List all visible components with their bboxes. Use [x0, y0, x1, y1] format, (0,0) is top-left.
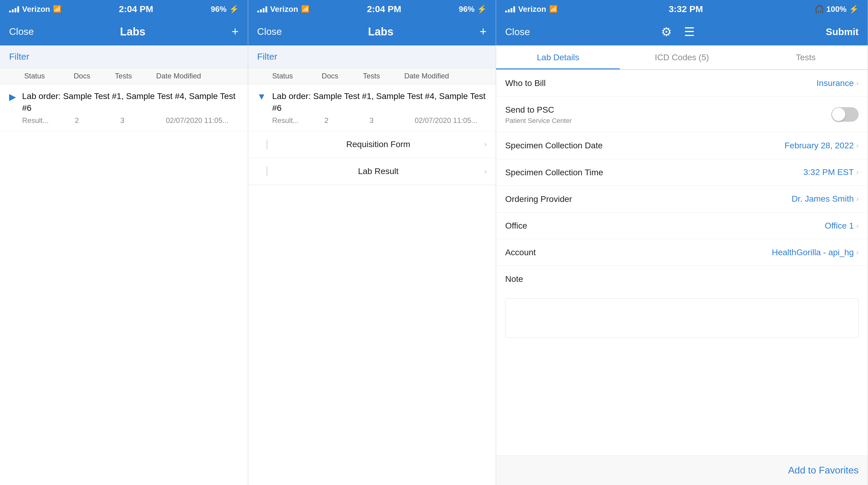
who-to-bill-label: Who to Bill — [505, 77, 546, 89]
account-value[interactable]: HealthGorilla - api_hg › — [772, 248, 859, 257]
meta-status-1: Result... — [22, 116, 66, 125]
close-button-2[interactable]: Close — [257, 26, 282, 37]
form-row-ordering-provider[interactable]: Ordering Provider Dr. James Smith › — [496, 186, 868, 213]
expand-indicator-2 — [266, 166, 268, 176]
send-psc-sublabel: Patient Service Center — [505, 117, 572, 125]
filter-bar-2[interactable]: Filter — [248, 46, 496, 68]
sub-item-label-requisition: Requisition Form — [346, 140, 410, 149]
chevron-icon-requisition: › — [484, 140, 487, 149]
add-button-1[interactable]: + — [231, 25, 239, 38]
battery-label-3: 100% — [827, 4, 847, 14]
ordering-provider-value[interactable]: Dr. James Smith › — [792, 194, 859, 204]
headphones-icon-3: 🎧 — [814, 4, 824, 14]
form-row-specimen-time[interactable]: Specimen Collection Time 3:32 PM EST › — [496, 159, 868, 186]
form-row-left-ordering-provider: Ordering Provider — [505, 193, 572, 205]
expand-indicator-1 — [266, 140, 268, 149]
battery-2: 96% ⚡ — [459, 4, 487, 14]
specimen-date-label: Specimen Collection Date — [505, 140, 602, 151]
note-label: Note — [505, 273, 523, 285]
list-icon-3[interactable]: ☰ — [684, 25, 695, 39]
specimen-time-text: 3:32 PM EST — [804, 168, 854, 177]
list-item-title-2: Lab order: Sample Test #1, Sample Test #… — [272, 90, 487, 114]
list-item-content-1: Lab order: Sample Test #1, Sample Test #… — [22, 90, 239, 125]
col-status-2: Status — [272, 72, 322, 80]
carrier-label-3: Verizon — [518, 4, 546, 14]
form-row-left-send-psc: Send to PSC Patient Service Center — [505, 104, 572, 125]
expand-arrow-1: ▶ — [9, 91, 16, 102]
filter-bar-1[interactable]: Filter — [0, 46, 248, 68]
meta-date-1: 02/07/2020 11:05... — [166, 116, 239, 125]
battery-icon-2: ⚡ — [477, 4, 487, 14]
signal-bars-1 — [9, 6, 19, 12]
col-tests-1: Tests — [115, 72, 156, 80]
nav-bar-3: Close ⚙ ☰ Submit — [496, 18, 868, 46]
panel-2: Verizon 📶 2:04 PM 96% ⚡ Close Labs + Fil… — [248, 0, 496, 485]
col-date-2: Date Modified — [404, 72, 487, 80]
signal-area-3: Verizon 📶 — [505, 4, 557, 14]
form-row-office[interactable]: Office Office 1 › — [496, 213, 868, 239]
battery-icon-3: ⚡ — [849, 4, 859, 14]
add-to-favorites-button[interactable]: Add to Favorites — [788, 465, 859, 476]
form-section-3: Who to Bill Insurance › Send to PSC Pati… — [496, 70, 868, 455]
send-psc-toggle[interactable] — [831, 107, 859, 122]
sub-item-labresult[interactable]: Lab Result › — [248, 158, 496, 185]
chevron-icon-specimen-date: › — [856, 141, 859, 150]
account-text: HealthGorilla - api_hg — [772, 248, 854, 257]
meta-tests-1: 3 — [120, 116, 157, 125]
col-date-1: Date Modified — [156, 72, 239, 80]
list-item-meta-1: Result... 2 3 02/07/2020 11:05... — [22, 116, 239, 125]
nav-title-1: Labs — [120, 25, 146, 38]
note-textarea[interactable] — [505, 299, 859, 338]
list-item-title-1: Lab order: Sample Test #1, Sample Test #… — [22, 90, 239, 114]
form-row-left-who-to-bill: Who to Bill — [505, 77, 546, 89]
close-button-3[interactable]: Close — [505, 26, 530, 37]
ordering-provider-text: Dr. James Smith — [792, 194, 854, 204]
list-item-1[interactable]: ▶ Lab order: Sample Test #1, Sample Test… — [0, 84, 248, 131]
form-row-account[interactable]: Account HealthGorilla - api_hg › — [496, 239, 868, 266]
time-1: 2:04 PM — [119, 4, 153, 14]
add-button-2[interactable]: + — [480, 25, 487, 38]
gear-icon-3[interactable]: ⚙ — [661, 25, 672, 39]
specimen-date-text: February 28, 2022 — [784, 141, 854, 150]
time-2: 2:04 PM — [367, 4, 401, 14]
tab-tests[interactable]: Tests — [744, 46, 868, 69]
form-row-send-psc[interactable]: Send to PSC Patient Service Center — [496, 97, 868, 132]
meta-docs-2: 2 — [324, 116, 361, 125]
who-to-bill-value[interactable]: Insurance › — [816, 79, 859, 88]
specimen-date-value[interactable]: February 28, 2022 › — [784, 141, 859, 150]
meta-docs-1: 2 — [75, 116, 111, 125]
wifi-icon-3: 📶 — [549, 5, 557, 13]
submit-button-3[interactable]: Submit — [826, 26, 859, 37]
who-to-bill-text: Insurance — [816, 79, 854, 88]
specimen-time-value[interactable]: 3:32 PM EST › — [804, 168, 859, 177]
list-item-2[interactable]: ▼ Lab order: Sample Test #1, Sample Test… — [248, 84, 496, 131]
form-row-specimen-date[interactable]: Specimen Collection Date February 28, 20… — [496, 132, 868, 159]
filter-label-2[interactable]: Filter — [257, 52, 278, 61]
filter-label-1[interactable]: Filter — [9, 52, 29, 61]
battery-label-1: 96% — [211, 4, 227, 14]
col-status-1: Status — [24, 72, 74, 80]
account-label: Account — [505, 246, 536, 258]
status-bar-3: Verizon 📶 3:32 PM 🎧 100% ⚡ — [496, 0, 868, 18]
battery-1: 96% ⚡ — [211, 4, 239, 14]
carrier-label-1: Verizon — [22, 4, 50, 14]
list-item-meta-2: Result... 2 3 02/07/2020 11:05... — [272, 116, 487, 125]
meta-date-2: 02/07/2020 11:05... — [415, 116, 487, 125]
office-value[interactable]: Office 1 › — [825, 221, 859, 231]
tab-lab-details[interactable]: Lab Details — [496, 46, 620, 69]
col-docs-1: Docs — [74, 72, 115, 80]
office-label: Office — [505, 220, 527, 232]
form-row-left-office: Office — [505, 220, 527, 232]
signal-bars-2 — [257, 6, 267, 12]
wifi-icon-2: 📶 — [301, 5, 309, 13]
chevron-icon-account: › — [856, 248, 859, 257]
wifi-icon-1: 📶 — [53, 5, 61, 13]
form-row-who-to-bill[interactable]: Who to Bill Insurance › — [496, 70, 868, 97]
battery-label-2: 96% — [459, 4, 474, 14]
sub-item-requisition[interactable]: Requisition Form › — [248, 131, 496, 158]
table-header-2: Status Docs Tests Date Modified — [248, 68, 496, 84]
battery-3: 🎧 100% ⚡ — [814, 4, 859, 14]
tab-icd-codes[interactable]: ICD Codes (5) — [620, 46, 744, 69]
form-row-note: Note — [496, 266, 868, 292]
close-button-1[interactable]: Close — [9, 26, 34, 37]
